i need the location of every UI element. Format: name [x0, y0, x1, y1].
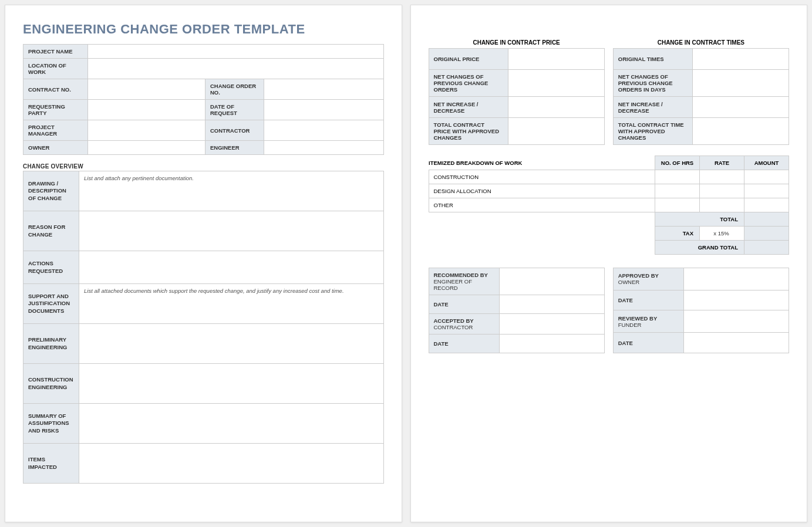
input-date-1[interactable] — [499, 295, 604, 314]
label-orig-price: ORIGINAL PRICE — [429, 49, 508, 70]
cell-rate[interactable] — [700, 198, 744, 212]
input-items-impacted[interactable] — [79, 444, 384, 484]
cell-rate[interactable] — [700, 184, 744, 198]
row-construction: CONSTRUCTION — [429, 170, 655, 184]
input-support[interactable]: List all attached documents which suppor… — [79, 284, 384, 324]
label-owner: OWNER — [23, 141, 88, 155]
label-engineer: ENGINEER — [205, 141, 264, 155]
header-table: PROJECT NAME LOCATION OF WORK CONTRACT N… — [23, 44, 384, 155]
breakdown-title: ITEMIZED BREAKDOWN OF WORK — [429, 156, 655, 170]
label-actions: ACTIONS REQUESTED — [23, 251, 79, 284]
label-date-1: DATE — [429, 295, 499, 314]
label-contractor: CONTRACTOR — [205, 120, 264, 141]
label-drawing: DRAWING / DESCRIPTION OF CHANGE — [23, 171, 79, 211]
table-row: CONSTRUCTION — [429, 170, 789, 184]
label-summary: SUMMARY OF ASSUMPTIONS AND RISKS — [23, 404, 79, 444]
cell-rate[interactable] — [700, 170, 744, 184]
label-reviewed: REVIEWED BYFUNDER — [613, 310, 683, 333]
label-location: LOCATION OF WORK — [23, 59, 88, 79]
label-date-4: DATE — [613, 333, 683, 353]
input-summary[interactable] — [79, 404, 384, 444]
input-contract-no[interactable] — [88, 79, 205, 100]
input-approved[interactable] — [683, 268, 789, 290]
input-drawing[interactable]: List and attach any pertinent documentat… — [79, 171, 384, 211]
table-row: OTHER — [429, 198, 789, 212]
cell-tax[interactable] — [744, 227, 789, 241]
col-amount: AMOUNT — [744, 156, 789, 170]
input-pm[interactable] — [88, 120, 205, 141]
table-row: DESIGN ALLOCATION — [429, 184, 789, 198]
label-orig-times: ORIGINAL TIMES — [613, 49, 692, 70]
input-construction-eng[interactable] — [79, 364, 384, 404]
input-engineer[interactable] — [264, 141, 384, 155]
col-hrs: NO. OF HRS — [655, 156, 700, 170]
label-net-inc-price: NET INCREASE / DECREASE — [429, 97, 508, 118]
col-rate: RATE — [700, 156, 744, 170]
input-net-inc-times[interactable] — [692, 97, 789, 118]
label-recommended: RECOMMENDED BYENGINEER OF RECORD — [429, 268, 499, 295]
label-net-inc-times: NET INCREASE / DECREASE — [613, 97, 692, 118]
input-net-changes-price[interactable] — [508, 70, 604, 97]
input-total-times[interactable] — [692, 118, 789, 145]
label-date-3: DATE — [613, 290, 683, 310]
page-1: ENGINEERING CHANGE ORDER TEMPLATE PROJEC… — [5, 5, 402, 522]
label-grand-total: GRAND TOTAL — [655, 241, 744, 255]
cell-total[interactable] — [744, 212, 789, 227]
row-other: OTHER — [429, 198, 655, 212]
label-support: SUPPORT AND JUSTIFICATION DOCUMENTS — [23, 284, 79, 324]
times-table: ORIGINAL TIMES NET CHANGES OF PREVIOUS C… — [613, 48, 789, 145]
input-date-3[interactable] — [683, 290, 789, 310]
page-title: ENGINEERING CHANGE ORDER TEMPLATE — [23, 22, 384, 37]
label-pm: PROJECT MANAGER — [23, 120, 88, 141]
label-reason: REASON FOR CHANGE — [23, 211, 79, 251]
label-prelim: PRELIMINARY ENGINEERING — [23, 324, 79, 364]
times-title: CHANGE IN CONTRACT TIMES — [613, 39, 789, 46]
label-net-changes-times: NET CHANGES OF PREVIOUS CHANGE ORDERS IN… — [613, 70, 692, 97]
input-prelim[interactable] — [79, 324, 384, 364]
input-net-changes-times[interactable] — [692, 70, 789, 97]
cell-hrs[interactable] — [655, 184, 700, 198]
cell-hrs[interactable] — [655, 170, 700, 184]
label-net-changes-price: NET CHANGES OF PREVIOUS CHANGE ORDERS — [429, 70, 508, 97]
input-actions[interactable] — [79, 251, 384, 284]
input-location[interactable] — [88, 59, 384, 79]
label-date-request: DATE OF REQUEST — [205, 100, 264, 120]
cell-grand-total[interactable] — [744, 241, 789, 255]
overview-table: DRAWING / DESCRIPTION OF CHANGE List and… — [23, 171, 384, 484]
cell-amount[interactable] — [744, 170, 789, 184]
label-accepted: ACCEPTED BYCONTRACTOR — [429, 314, 499, 335]
cell-hrs[interactable] — [655, 198, 700, 212]
sig-right: APPROVED BYOWNER DATE REVIEWED BYFUNDER … — [613, 268, 789, 353]
page-2: CHANGE IN CONTRACT PRICE ORIGINAL PRICE … — [410, 5, 808, 522]
input-net-inc-price[interactable] — [508, 97, 604, 118]
label-total: TOTAL — [655, 212, 744, 227]
label-approved: APPROVED BYOWNER — [613, 268, 683, 290]
input-orig-times[interactable] — [692, 49, 789, 70]
label-items-impacted: ITEMS IMPACTED — [23, 444, 79, 484]
input-recommended[interactable] — [499, 268, 604, 295]
input-requesting-party[interactable] — [88, 100, 205, 120]
breakdown-table: ITEMIZED BREAKDOWN OF WORK NO. OF HRS RA… — [429, 156, 790, 255]
cell-amount[interactable] — [744, 184, 789, 198]
input-contractor[interactable] — [264, 120, 384, 141]
row-design: DESIGN ALLOCATION — [429, 184, 655, 198]
label-total-times: TOTAL CONTRACT TIME WITH APPROVED CHANGE… — [613, 118, 692, 145]
input-orig-price[interactable] — [508, 49, 604, 70]
input-date-request[interactable] — [264, 100, 384, 120]
input-accepted[interactable] — [499, 314, 604, 335]
sig-left: RECOMMENDED BYENGINEER OF RECORD DATE AC… — [429, 268, 605, 353]
cell-tax-rate[interactable]: x 15% — [700, 227, 744, 241]
input-reviewed[interactable] — [683, 310, 789, 333]
input-reason[interactable] — [79, 211, 384, 251]
input-date-4[interactable] — [683, 333, 789, 353]
label-tax: TAX — [655, 227, 700, 241]
cell-amount[interactable] — [744, 198, 789, 212]
input-project-name[interactable] — [88, 45, 384, 59]
input-change-order-no[interactable] — [264, 79, 384, 100]
label-requesting-party: REQUESTING PARTY — [23, 100, 88, 120]
input-date-2[interactable] — [499, 335, 604, 353]
label-change-order-no: CHANGE ORDER NO. — [205, 79, 264, 100]
overview-title: CHANGE OVERVIEW — [23, 163, 384, 170]
input-owner[interactable] — [88, 141, 205, 155]
input-total-price[interactable] — [508, 118, 604, 145]
